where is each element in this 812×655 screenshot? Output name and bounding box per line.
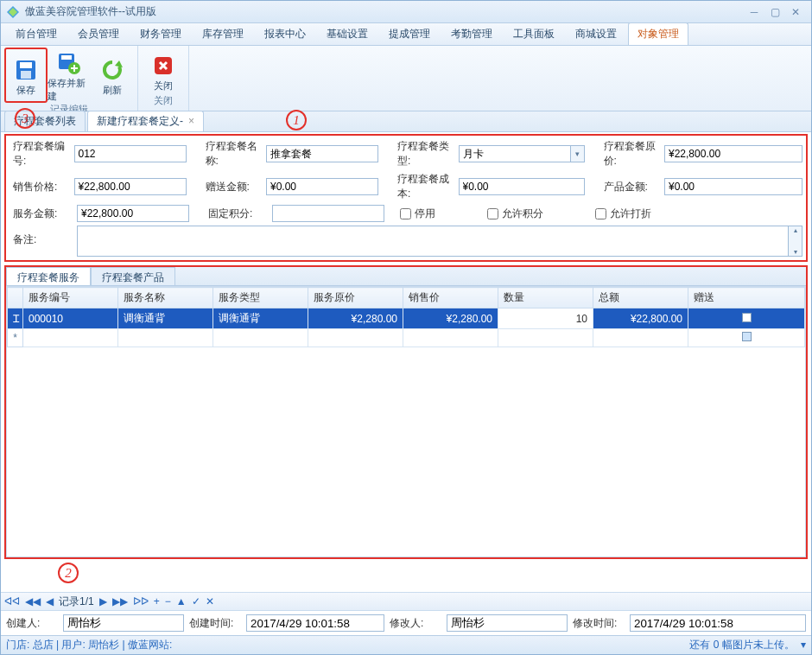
label-sale-price: 销售价格:: [10, 180, 74, 194]
input-cost[interactable]: [459, 178, 585, 195]
menu-inventory[interactable]: 库存管理: [193, 22, 253, 45]
combo-package-type[interactable]: ▾: [459, 145, 585, 162]
label-package-name: 疗程套餐名称:: [202, 139, 267, 169]
nav-last[interactable]: ᐅᐅ: [133, 595, 149, 607]
checkbox-disabled[interactable]: 停用: [400, 207, 435, 221]
status-website-link[interactable]: 傲蓝网站:: [128, 639, 172, 651]
ribbon-group-close: 关闭 关闭: [138, 46, 189, 111]
nav-add[interactable]: +: [154, 595, 160, 607]
label-gift-amount: 赠送金额:: [202, 180, 267, 194]
save-and-new-button[interactable]: 保存并新建: [48, 48, 91, 103]
refresh-button[interactable]: 刷新: [91, 48, 134, 103]
svg-marker-8: [115, 60, 123, 67]
tab-package-products[interactable]: 疗程套餐产品: [91, 267, 175, 285]
menu-finance[interactable]: 财务管理: [130, 22, 191, 45]
input-package-no[interactable]: [74, 145, 187, 162]
input-package-name[interactable]: [266, 145, 378, 162]
menu-frontdesk[interactable]: 前台管理: [6, 22, 67, 45]
label-package-type: 疗程套餐类型:: [394, 139, 459, 169]
nav-record-label: 记录1/1: [59, 595, 94, 609]
nav-cancel[interactable]: ✕: [206, 595, 214, 607]
close-window-button[interactable]: ✕: [785, 5, 806, 19]
nav-commit[interactable]: ✓: [192, 595, 200, 607]
nav-edit[interactable]: ▲: [176, 595, 187, 607]
svg-rect-3: [20, 62, 32, 68]
window-title: 傲蓝美容院管理软件--试用版: [25, 4, 744, 19]
label-orig-price: 疗程套餐原价:: [600, 139, 665, 169]
nav-prev[interactable]: ◀: [46, 595, 54, 607]
save-new-icon: [57, 51, 81, 75]
field-create-time: [246, 614, 384, 632]
main-menubar: 前台管理 会员管理 财务管理 库存管理 报表中心 基础设置 提成管理 考勤管理 …: [1, 23, 811, 46]
tab-package-services[interactable]: 疗程套餐服务: [6, 267, 91, 285]
cell-gift-checkbox[interactable]: [688, 308, 805, 329]
input-remark[interactable]: [77, 226, 789, 257]
menu-tools[interactable]: 工具面板: [504, 22, 564, 45]
svg-rect-6: [61, 55, 72, 60]
status-upload-info: 还有 0 幅图片未上传。: [689, 639, 794, 651]
field-modifier: [447, 614, 568, 632]
input-svc-amount[interactable]: [77, 205, 189, 222]
col-service-type[interactable]: 服务类型: [213, 288, 308, 308]
checkbox-allow-points[interactable]: 允许积分: [487, 207, 543, 221]
col-total[interactable]: 总额: [593, 288, 688, 308]
maximize-button[interactable]: ▢: [764, 5, 785, 19]
tab-close-icon[interactable]: ×: [188, 115, 194, 127]
label-modifier: 修改人:: [390, 616, 441, 631]
annotation-1: 1: [286, 110, 307, 130]
services-grid[interactable]: 服务编号 服务名称 服务类型 服务原价 销售价 数量 总额 赠送 Ꮖ 00001…: [6, 286, 806, 557]
col-service-name[interactable]: 服务名称: [118, 288, 213, 308]
statusbar: 门店: 总店 | 用户: 周怡杉 | 傲蓝网站: 还有 0 幅图片未上传。 ▾: [1, 635, 811, 654]
minimize-button[interactable]: ─: [744, 5, 764, 19]
input-gift-amount[interactable]: [266, 178, 378, 195]
label-fixed-points: 固定积分:: [205, 207, 272, 221]
menu-basic-settings[interactable]: 基础设置: [317, 22, 377, 45]
col-service-no[interactable]: 服务编号: [23, 288, 118, 308]
app-logo-icon: [6, 5, 20, 19]
nav-next-page[interactable]: ▶▶: [112, 595, 128, 607]
nav-delete[interactable]: −: [165, 595, 171, 607]
menu-object-mgmt[interactable]: 对象管理: [628, 22, 688, 45]
col-gift[interactable]: 赠送: [688, 288, 805, 308]
grid-row-selected[interactable]: Ꮖ 000010 调衡通背 调衡通背 ¥2,280.00 ¥2,280.00 1…: [8, 308, 805, 329]
save-button[interactable]: 保存: [4, 48, 48, 103]
menu-mall[interactable]: 商城设置: [566, 22, 626, 45]
save-icon: [14, 58, 38, 82]
grid-new-row[interactable]: *: [8, 329, 805, 347]
status-dropdown-icon[interactable]: ▾: [801, 639, 806, 651]
input-orig-price[interactable]: [664, 145, 802, 162]
nav-prev-page[interactable]: ◀◀: [25, 595, 41, 607]
col-qty[interactable]: 数量: [498, 288, 593, 308]
input-prod-amount[interactable]: [664, 178, 802, 195]
ribbon: 保存 保存并新建 刷新 记录编辑 关闭 关闭: [1, 46, 811, 111]
menu-commission[interactable]: 提成管理: [379, 22, 440, 45]
chevron-down-icon[interactable]: ▾: [571, 145, 585, 162]
checkbox-allow-discount[interactable]: 允许打折: [595, 207, 651, 221]
label-create-time: 创建时间:: [189, 616, 241, 631]
nav-next[interactable]: ▶: [99, 595, 107, 607]
ribbon-group-edit: 保存 保存并新建 刷新 记录编辑: [1, 46, 138, 111]
label-cost: 疗程套餐成本:: [394, 172, 459, 201]
close-button[interactable]: 关闭: [142, 48, 185, 94]
nav-first[interactable]: ᐊᐊ: [4, 595, 20, 607]
app-window: 傲蓝美容院管理软件--试用版 ─ ▢ ✕ 前台管理 会员管理 财务管理 库存管理…: [0, 0, 812, 655]
field-modify-time: [630, 614, 806, 632]
menu-attendance[interactable]: 考勤管理: [441, 22, 502, 45]
cell-qty-editing[interactable]: 10: [498, 308, 593, 329]
label-package-no: 疗程套餐编号:: [10, 139, 74, 169]
input-fixed-points[interactable]: [272, 205, 384, 222]
menu-member[interactable]: 会员管理: [68, 22, 129, 45]
col-orig-price[interactable]: 服务原价: [308, 288, 403, 308]
menu-reports[interactable]: 报表中心: [255, 22, 315, 45]
titlebar: 傲蓝美容院管理软件--试用版 ─ ▢ ✕: [1, 1, 811, 23]
input-sale-price[interactable]: [74, 178, 187, 195]
document-tabs: 疗程套餐列表 新建疗程套餐定义-× 1 3: [1, 111, 811, 132]
status-user: 用户: 周怡杉: [61, 639, 119, 651]
tab-package-list[interactable]: 疗程套餐列表: [4, 111, 86, 131]
row-indicator-icon: Ꮖ: [8, 308, 23, 329]
remark-scrollbar[interactable]: ▴▾: [789, 226, 802, 257]
tab-new-package[interactable]: 新建疗程套餐定义-×: [87, 111, 204, 131]
record-navigator: ᐊᐊ ◀◀ ◀ 记录1/1 ▶ ▶▶ ᐅᐅ + − ▲ ✓ ✕: [1, 592, 811, 611]
audit-info: 创建人: 创建时间: 修改人: 修改时间:: [1, 611, 811, 635]
col-sale-price[interactable]: 销售价: [403, 288, 498, 308]
